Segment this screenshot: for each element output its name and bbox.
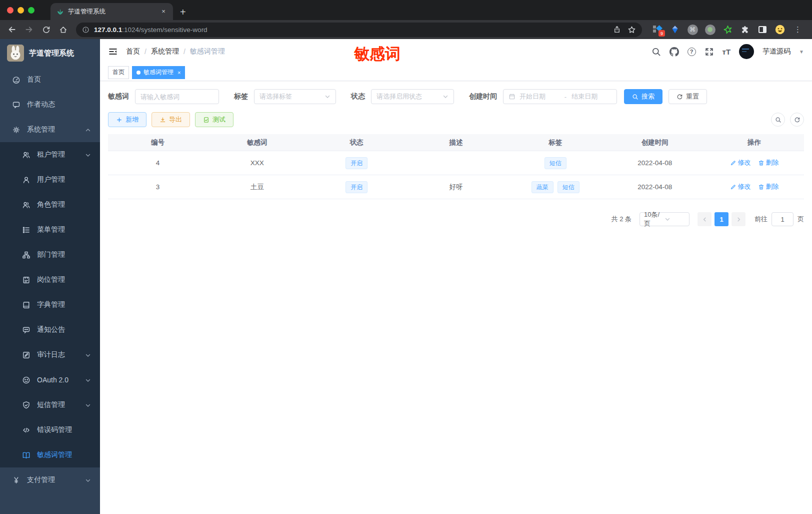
chevron-up-icon bbox=[85, 127, 91, 133]
gauge-icon bbox=[12, 76, 20, 84]
reset-button[interactable]: 重置 bbox=[668, 89, 707, 104]
github-icon[interactable] bbox=[670, 47, 679, 57]
home-icon[interactable] bbox=[56, 23, 70, 37]
sidebar-item-user[interactable]: 用户管理 bbox=[0, 167, 100, 192]
browser-menu-icon[interactable]: ⋮ bbox=[792, 24, 803, 35]
delete-link[interactable]: 删除 bbox=[758, 182, 779, 191]
sidebar-item-error-code[interactable]: 错误码管理 bbox=[0, 417, 100, 442]
close-icon[interactable]: × bbox=[178, 70, 180, 76]
search-button[interactable]: 搜索 bbox=[624, 89, 662, 104]
chevron-down-icon[interactable]: ▼ bbox=[799, 49, 804, 55]
sidebar-item-label: 短信管理 bbox=[37, 400, 65, 409]
extension-command-icon[interactable]: ⌘ bbox=[687, 24, 698, 35]
bookmark-star-icon[interactable] bbox=[628, 26, 636, 34]
sidebar-item-tenant[interactable]: 租户管理 bbox=[0, 142, 100, 167]
tab-close-icon[interactable]: × bbox=[159, 7, 168, 16]
test-button[interactable]: 测试 bbox=[195, 112, 234, 127]
comment-icon bbox=[22, 326, 30, 334]
site-info-icon[interactable] bbox=[82, 26, 90, 34]
sidebar-item-label: 作者动态 bbox=[27, 100, 55, 109]
extensions-puzzle-icon[interactable] bbox=[740, 24, 750, 35]
goto-page-input[interactable] bbox=[772, 212, 794, 226]
trash-icon bbox=[758, 184, 764, 190]
page-number-button[interactable]: 1 bbox=[714, 212, 728, 226]
date-range-picker[interactable]: 开始日期 - 结束日期 bbox=[503, 89, 617, 104]
cell-word: 土豆 bbox=[208, 183, 307, 192]
browser-tab[interactable]: 芋道管理系统 × bbox=[50, 3, 173, 20]
minimize-window-button[interactable] bbox=[18, 7, 24, 14]
sidebar-item-author-feed[interactable]: 作者动态 bbox=[0, 92, 100, 117]
forward-icon[interactable] bbox=[22, 23, 36, 37]
sidebar-item-post[interactable]: 岗位管理 bbox=[0, 267, 100, 292]
tag-敏感词管理[interactable]: 敏感词管理× bbox=[132, 66, 185, 79]
window-controls bbox=[0, 0, 42, 20]
delete-link[interactable]: 删除 bbox=[758, 158, 779, 167]
tag-filter-label: 标签 bbox=[234, 92, 248, 101]
edit-link[interactable]: 修改 bbox=[730, 158, 751, 167]
calendar-icon bbox=[508, 93, 516, 100]
sidebar-item-role[interactable]: 角色管理 bbox=[0, 192, 100, 217]
table-refresh-icon[interactable] bbox=[790, 113, 804, 127]
help-icon[interactable]: ? bbox=[688, 48, 696, 56]
app-logo[interactable]: 芋道管理系统 bbox=[0, 39, 100, 67]
sidebar-item-system[interactable]: 系统管理 bbox=[0, 117, 100, 142]
breadcrumb-item[interactable]: 敏感词管理 bbox=[190, 47, 225, 56]
back-icon[interactable] bbox=[5, 23, 19, 37]
maximize-window-button[interactable] bbox=[28, 7, 34, 14]
share-icon[interactable] bbox=[613, 26, 621, 34]
extension-grid-icon[interactable]: 9 bbox=[652, 24, 663, 35]
fullscreen-icon[interactable] bbox=[704, 47, 714, 57]
page-size-select[interactable]: 10条/页 bbox=[640, 212, 690, 226]
font-size-icon[interactable]: тT bbox=[722, 48, 731, 56]
username[interactable]: 芋道源码 bbox=[762, 47, 790, 56]
reload-icon[interactable] bbox=[39, 23, 53, 37]
sidebar-item-label: 字典管理 bbox=[37, 300, 65, 309]
sidebar-item-label: 支付管理 bbox=[27, 475, 55, 484]
profile-avatar-icon[interactable] bbox=[774, 24, 786, 35]
close-window-button[interactable] bbox=[7, 7, 14, 14]
sidebar-item-label: 错误码管理 bbox=[37, 425, 72, 434]
breadcrumb-separator: / bbox=[184, 48, 186, 56]
status-filter-select[interactable]: 请选择启用状态 bbox=[371, 89, 454, 104]
next-page-button[interactable] bbox=[732, 212, 746, 226]
breadcrumb-item[interactable]: 系统管理 bbox=[151, 47, 179, 56]
add-button[interactable]: 新增 bbox=[108, 112, 146, 127]
prev-page-button[interactable] bbox=[698, 212, 712, 226]
export-button[interactable]: 导出 bbox=[152, 112, 190, 127]
search-icon[interactable] bbox=[652, 47, 661, 57]
sidebar-item-notice[interactable]: 通知公告 bbox=[0, 317, 100, 342]
table-search-icon[interactable] bbox=[771, 113, 785, 127]
sidebar-item-oauth[interactable]: OAuth 2.0 bbox=[0, 367, 100, 392]
tag-filter-select[interactable]: 请选择标签 bbox=[254, 89, 336, 104]
sidebar-item-dict[interactable]: 字典管理 bbox=[0, 292, 100, 317]
extension-kite-icon[interactable] bbox=[670, 24, 680, 35]
sidebar-item-sensitive-word[interactable]: 敏感词管理 bbox=[0, 442, 100, 467]
column-header: 创建时间 bbox=[605, 138, 704, 147]
sidebar-item-sms[interactable]: 短信管理 bbox=[0, 392, 100, 417]
new-tab-button[interactable]: + bbox=[180, 7, 186, 17]
tag-chip: 短信 bbox=[558, 181, 580, 193]
breadcrumb-item[interactable]: 首页 bbox=[126, 47, 140, 56]
chat-icon bbox=[12, 101, 20, 109]
sidebar-item-menu[interactable]: 菜单管理 bbox=[0, 217, 100, 242]
sidebar-item-home[interactable]: 首页 bbox=[0, 67, 100, 92]
user-avatar[interactable] bbox=[739, 44, 754, 59]
openbook-icon bbox=[22, 451, 30, 459]
edit-link[interactable]: 修改 bbox=[730, 182, 751, 191]
extension-star-icon[interactable] bbox=[722, 24, 733, 35]
org-icon bbox=[22, 251, 30, 259]
menu-fold-icon[interactable] bbox=[108, 47, 118, 57]
sidebar-item-dept[interactable]: 部门管理 bbox=[0, 242, 100, 267]
side-panel-icon[interactable] bbox=[757, 24, 768, 35]
created-filter-label: 创建时间 bbox=[469, 92, 497, 101]
word-filter-input[interactable] bbox=[140, 93, 214, 101]
url-bar[interactable]: 127.0.0.1:1024/system/sensitive-word bbox=[76, 23, 642, 37]
page-content: 敏感词 标签 请选择标签 状态 请选择启用状态 bbox=[100, 81, 812, 514]
chevron-down-icon bbox=[85, 402, 91, 408]
active-dot-icon bbox=[136, 71, 140, 75]
extension-recorder-icon[interactable] bbox=[704, 24, 716, 35]
sidebar-item-audit-log[interactable]: 审计日志 bbox=[0, 342, 100, 367]
sidebar-item-pay[interactable]: 支付管理 bbox=[0, 467, 100, 492]
tag-首页[interactable]: 首页 bbox=[108, 66, 129, 79]
action-toolbar: 新增 导出 测试 bbox=[108, 112, 804, 127]
